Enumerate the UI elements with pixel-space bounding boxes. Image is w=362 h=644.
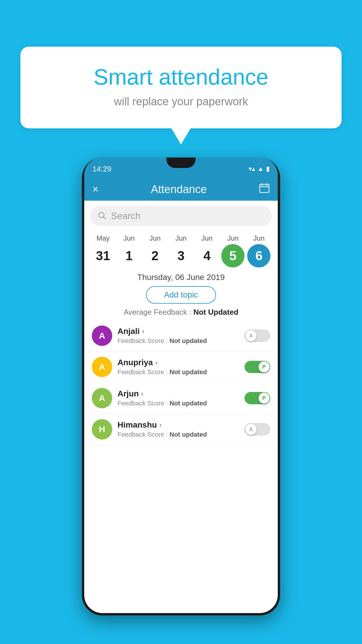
chevron-right-icon: › <box>155 358 157 367</box>
chevron-right-icon: › <box>141 390 143 398</box>
avg-feedback-value: Not Updated <box>193 308 238 316</box>
avatar: A <box>92 357 112 377</box>
app-header: × Attendance <box>84 178 278 201</box>
svg-line-5 <box>103 217 106 219</box>
date-month: May <box>96 234 110 242</box>
student-row[interactable]: AAnupriya›Feedback Score : Not updatedP <box>89 351 273 383</box>
date-item[interactable]: Jun2 <box>142 234 168 267</box>
search-icon <box>98 211 106 221</box>
status-time: 14:29 <box>92 164 111 174</box>
feedback-score: Feedback Score : Not updated <box>117 431 239 438</box>
date-month: Jun <box>175 234 187 242</box>
speech-bubble-subtitle: will replace your paperwork <box>44 95 318 108</box>
add-topic-button[interactable]: Add topic <box>146 286 216 304</box>
student-name-text: Anupriya <box>117 358 153 367</box>
date-item[interactable]: Jun5 <box>220 234 246 267</box>
student-row[interactable]: AArjun›Feedback Score : Not updatedP <box>89 383 273 414</box>
toggle-knob: P <box>259 393 270 404</box>
attendance-toggle[interactable]: A <box>245 330 270 342</box>
phone-device: 14:29 ▾▴ ▲ ▮ × Attendance <box>82 158 280 615</box>
date-item[interactable]: Jun1 <box>116 234 142 267</box>
avg-feedback: Average Feedback : Not Updated <box>84 308 278 317</box>
speech-bubble: Smart attendance will replace your paper… <box>20 47 342 128</box>
status-icons: ▾▴ ▲ ▮ <box>249 165 270 173</box>
phone-notch <box>166 158 196 168</box>
date-strip: May31Jun1Jun2Jun3Jun4Jun5Jun6 <box>84 231 278 267</box>
date-number[interactable]: 31 <box>92 244 115 267</box>
date-number[interactable]: 2 <box>143 244 167 267</box>
date-month: Jun <box>123 234 135 242</box>
phone-screen: 14:29 ▾▴ ▲ ▮ × Attendance <box>84 158 278 613</box>
search-bar[interactable]: Search <box>90 206 272 226</box>
date-item[interactable]: Jun4 <box>194 234 220 267</box>
feedback-score: Feedback Score : Not updated <box>117 337 239 345</box>
avg-feedback-label: Average Feedback : <box>124 308 191 316</box>
chevron-right-icon: › <box>142 327 144 335</box>
avatar: A <box>92 388 112 408</box>
signal-icon: ▲ <box>257 165 264 173</box>
close-button[interactable]: × <box>92 183 99 195</box>
attendance-toggle[interactable]: P <box>245 392 270 404</box>
student-info: Anjali›Feedback Score : Not updated <box>117 327 239 345</box>
student-name-text: Anjali <box>117 327 140 336</box>
selected-date-label: Thursday, 06 June 2019 <box>84 273 278 282</box>
svg-rect-0 <box>260 184 269 192</box>
battery-icon: ▮ <box>266 165 270 173</box>
add-topic-label: Add topic <box>164 290 198 300</box>
student-info: Himanshu›Feedback Score : Not updated <box>117 420 239 438</box>
date-number[interactable]: 6 <box>247 244 270 267</box>
date-number[interactable]: 4 <box>195 244 219 267</box>
attendance-toggle[interactable]: P <box>245 361 270 373</box>
date-number[interactable]: 5 <box>221 244 245 267</box>
avatar: A <box>92 326 112 346</box>
date-item[interactable]: May31 <box>90 234 116 267</box>
avatar: H <box>92 419 112 440</box>
speech-bubble-container: Smart attendance will replace your paper… <box>20 47 342 128</box>
student-info: Anupriya›Feedback Score : Not updated <box>117 358 239 376</box>
date-month: Jun <box>253 234 265 242</box>
student-row[interactable]: AAnjali›Feedback Score : Not updatedA <box>89 320 273 351</box>
phone-wrapper: 14:29 ▾▴ ▲ ▮ × Attendance <box>23 158 339 615</box>
date-number[interactable]: 3 <box>169 244 193 267</box>
date-item[interactable]: Jun3 <box>168 234 194 267</box>
student-name-text: Arjun <box>117 389 139 398</box>
attendance-toggle[interactable]: A <box>245 423 270 435</box>
search-placeholder: Search <box>111 211 140 221</box>
student-name: Anupriya› <box>117 358 239 367</box>
toggle-knob: A <box>245 424 256 435</box>
feedback-score: Feedback Score : Not updated <box>117 400 239 407</box>
toggle-knob: A <box>245 330 256 341</box>
student-row[interactable]: HHimanshu›Feedback Score : Not updatedA <box>89 414 273 445</box>
date-number[interactable]: 1 <box>117 244 141 267</box>
date-month: Jun <box>201 234 213 242</box>
toggle-knob: P <box>259 361 270 372</box>
date-item[interactable]: Jun6 <box>246 234 272 267</box>
student-name-text: Himanshu <box>117 420 157 430</box>
speech-bubble-title: Smart attendance <box>44 64 318 90</box>
student-info: Arjun›Feedback Score : Not updated <box>117 389 239 407</box>
chevron-right-icon: › <box>159 421 161 429</box>
wifi-icon: ▾▴ <box>249 165 255 173</box>
feedback-score: Feedback Score : Not updated <box>117 368 239 376</box>
date-month: Jun <box>227 234 239 242</box>
student-name: Arjun› <box>117 389 239 398</box>
calendar-icon[interactable] <box>259 183 270 196</box>
student-list: AAnjali›Feedback Score : Not updatedAAAn… <box>84 320 278 445</box>
student-name: Anjali› <box>117 327 239 336</box>
student-name: Himanshu› <box>117 420 239 430</box>
header-title: Attendance <box>151 183 207 196</box>
date-month: Jun <box>149 234 161 242</box>
